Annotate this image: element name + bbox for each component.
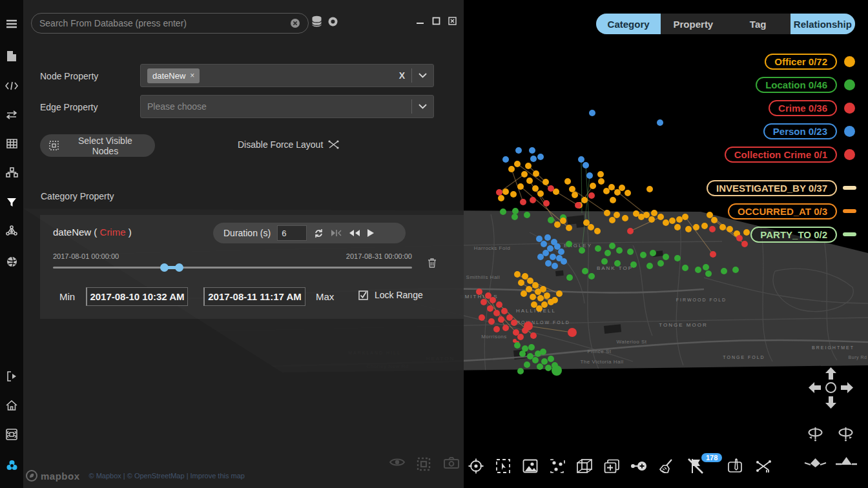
- graph-node[interactable]: [537, 154, 544, 160]
- tab-property[interactable]: Property: [661, 14, 725, 34]
- graph-node[interactable]: [545, 365, 552, 371]
- graph-node[interactable]: [603, 188, 610, 194]
- graph-node[interactable]: [533, 170, 539, 177]
- force-pause-icon[interactable]: [753, 455, 775, 477]
- graph-node[interactable]: [554, 243, 561, 250]
- image-icon[interactable]: [519, 455, 541, 477]
- graph-node[interactable]: [524, 212, 530, 218]
- chip-remove-icon[interactable]: ×: [190, 71, 194, 80]
- graph-node[interactable]: [540, 349, 546, 355]
- graph-node[interactable]: [581, 197, 588, 203]
- graph-node[interactable]: [519, 351, 526, 357]
- rotate-left-button[interactable]: [807, 425, 824, 442]
- graph-node[interactable]: [609, 243, 615, 249]
- disable-force-layout-toggle[interactable]: Disable Force Layout: [238, 139, 339, 150]
- graph-node[interactable]: [501, 308, 508, 314]
- graph-node[interactable]: [532, 357, 539, 363]
- graph-node[interactable]: [514, 161, 521, 167]
- graph-node[interactable]: [536, 236, 542, 242]
- graph-node[interactable]: [508, 166, 515, 172]
- logout-icon[interactable]: [0, 367, 23, 386]
- graph-node[interactable]: [590, 183, 596, 189]
- graph-node[interactable]: [663, 254, 669, 260]
- graph-node[interactable]: [564, 178, 571, 185]
- graph-node[interactable]: [682, 214, 688, 220]
- cube-icon[interactable]: [574, 455, 595, 477]
- pan-center-button[interactable]: [825, 381, 837, 394]
- graph-node[interactable]: [488, 318, 495, 325]
- graph-node[interactable]: [517, 183, 524, 190]
- lock-range-control[interactable]: Lock Range: [358, 290, 423, 300]
- legend-pill-person[interactable]: Person 0/23: [763, 123, 837, 139]
- graph-node[interactable]: [583, 162, 589, 168]
- graph-node[interactable]: [560, 218, 566, 224]
- graph-node[interactable]: [514, 271, 521, 278]
- play-icon[interactable]: [367, 229, 375, 238]
- graph-node[interactable]: [572, 192, 578, 198]
- graph-node[interactable]: [556, 290, 563, 297]
- graph-node[interactable]: [502, 325, 509, 331]
- eye-icon[interactable]: [389, 457, 405, 467]
- minimize-button[interactable]: [416, 17, 424, 25]
- filter-icon[interactable]: [0, 192, 23, 212]
- graph-node[interactable]: [514, 342, 521, 349]
- graph-node[interactable]: [532, 282, 539, 289]
- graph-node[interactable]: [579, 247, 585, 254]
- graph-node[interactable]: [517, 334, 524, 340]
- tab-tag[interactable]: Tag: [726, 14, 790, 34]
- graph-node[interactable]: [520, 199, 526, 205]
- graph-node[interactable]: [515, 147, 522, 154]
- graph-node[interactable]: [498, 195, 504, 201]
- graph-node[interactable]: [651, 210, 657, 216]
- graph-node[interactable]: [710, 251, 716, 258]
- graph-node[interactable]: [527, 353, 533, 360]
- graph-node[interactable]: [674, 224, 681, 230]
- graph-node[interactable]: [502, 156, 509, 163]
- graph-node[interactable]: [614, 260, 621, 267]
- sitemap-icon[interactable]: [0, 163, 23, 182]
- pan-right-button[interactable]: [840, 381, 853, 394]
- graph-node[interactable]: [640, 252, 646, 258]
- mapbox-logo[interactable]: mapbox: [26, 470, 80, 482]
- graph-node[interactable]: [531, 301, 537, 308]
- graph-node[interactable]: [566, 241, 572, 247]
- graph-node[interactable]: [530, 294, 536, 300]
- graph-node[interactable]: [542, 250, 549, 256]
- slider-handle-min[interactable]: [160, 263, 169, 272]
- graph-node[interactable]: [512, 208, 519, 214]
- legend-pill-crime[interactable]: Crime 0/36: [769, 100, 837, 116]
- graph-node[interactable]: [530, 156, 537, 162]
- graph-node[interactable]: [588, 273, 595, 280]
- pan-up-button[interactable]: [825, 367, 837, 380]
- graph-node[interactable]: [703, 264, 709, 270]
- select-clear-icon[interactable]: X: [399, 70, 405, 81]
- legend-pill-location[interactable]: Location 0/46: [756, 77, 837, 93]
- close-button[interactable]: [448, 17, 457, 25]
- duration-input[interactable]: [277, 225, 307, 241]
- crosshair-icon[interactable]: [465, 455, 487, 477]
- graph-node[interactable]: [622, 215, 628, 221]
- trash-icon[interactable]: [428, 258, 437, 268]
- graph-node[interactable]: [525, 163, 532, 169]
- legend-pill-investigated_by[interactable]: INVESTIGATED_BY 0/37: [707, 180, 837, 196]
- home-icon[interactable]: [0, 396, 23, 415]
- graph-node[interactable]: [627, 249, 634, 255]
- graph-node[interactable]: [552, 297, 558, 303]
- graph-node[interactable]: [511, 320, 517, 326]
- graph-node[interactable]: [575, 202, 581, 208]
- graph-node[interactable]: [721, 268, 727, 274]
- graph-node[interactable]: [536, 305, 542, 312]
- time-slider-track[interactable]: [53, 267, 412, 269]
- graph-node[interactable]: [524, 321, 533, 330]
- graph-node[interactable]: [496, 189, 502, 196]
- graph-node[interactable]: [646, 186, 653, 192]
- graph-node[interactable]: [608, 184, 615, 190]
- select-area-icon[interactable]: [492, 455, 514, 477]
- graph-node[interactable]: [695, 267, 701, 273]
- graph-node[interactable]: [541, 241, 547, 247]
- camera-icon[interactable]: [444, 457, 459, 469]
- graph-node[interactable]: [541, 358, 548, 365]
- pan-down-button[interactable]: [825, 396, 837, 409]
- legend-pill-officer[interactable]: Officer 0/72: [765, 54, 837, 70]
- tilt-up-button[interactable]: [834, 456, 858, 467]
